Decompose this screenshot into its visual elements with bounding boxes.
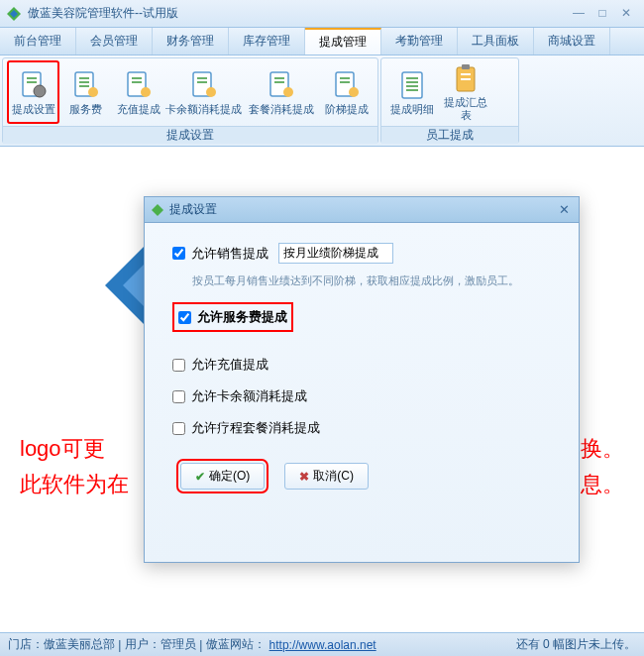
clipboard-icon xyxy=(450,62,482,94)
close-button[interactable]: ✕ xyxy=(614,6,638,22)
svg-point-22 xyxy=(283,87,293,97)
maximize-button[interactable]: □ xyxy=(590,6,614,22)
doc-icon xyxy=(188,69,220,101)
minimize-button[interactable]: — xyxy=(567,6,590,22)
checkbox-allow-course[interactable] xyxy=(172,422,185,435)
ribbon-group2-label: 员工提成 xyxy=(381,126,518,144)
ribbon-commission-settings[interactable]: 提成设置 xyxy=(7,60,59,124)
svg-point-5 xyxy=(34,85,46,97)
tab-frontdesk[interactable]: 前台管理 xyxy=(0,28,76,55)
doc-icon xyxy=(331,69,363,101)
ribbon-package-consume-commission[interactable]: 套餐消耗提成 xyxy=(243,60,321,124)
label-allow-recharge: 允许充值提成 xyxy=(191,356,268,374)
dialog-titlebar[interactable]: 提成设置 ✕ xyxy=(145,197,579,223)
status-site-label: 傲蓝网站： xyxy=(206,636,266,653)
row-allow-service: 允许服务费提成 xyxy=(172,302,293,332)
checkbox-allow-sales[interactable] xyxy=(172,247,185,260)
sales-hint: 按员工每月销售业绩达到不同阶梯，获取相应提成比例，激励员工。 xyxy=(192,273,551,288)
row-allow-cardcons: 允许卡余额消耗提成 xyxy=(172,387,551,405)
doc-icon xyxy=(123,69,155,101)
checkbox-allow-recharge[interactable] xyxy=(172,359,185,372)
doc-icon xyxy=(70,69,102,101)
tab-inventory[interactable]: 库存管理 xyxy=(229,28,305,55)
svg-marker-38 xyxy=(152,204,163,216)
tab-member[interactable]: 会员管理 xyxy=(76,28,153,55)
app-icon xyxy=(6,6,22,22)
svg-rect-33 xyxy=(462,64,470,69)
menubar: 前台管理 会员管理 财务管理 库存管理 提成管理 考勤管理 工具面板 商城设置 xyxy=(0,28,644,55)
ribbon-group-settings: 提成设置 服务费 充值提成 卡余额消耗提成 套餐消耗提成 阶梯提成 xyxy=(2,57,378,144)
status-user-label: 用户： xyxy=(125,636,161,653)
label-allow-sales: 允许销售提成 xyxy=(191,245,268,263)
ribbon-tier-commission[interactable]: 阶梯提成 xyxy=(321,60,374,124)
commission-settings-dialog: 提成设置 ✕ 允许销售提成 按月业绩阶梯提成 按员工每月销售业绩达到不同阶梯，获… xyxy=(144,196,580,563)
dialog-buttons: ✔ 确定(O) ✖ 取消(C) xyxy=(180,463,551,490)
tab-tools[interactable]: 工具面板 xyxy=(458,28,534,55)
status-site-link[interactable]: http://www.aolan.net xyxy=(269,638,376,652)
list-icon xyxy=(396,69,428,101)
titlebar: 傲蓝美容院管理软件--试用版 — □ ✕ xyxy=(0,0,644,28)
svg-point-18 xyxy=(206,87,216,97)
settings-doc-icon xyxy=(18,69,50,101)
ribbon-recharge-commission[interactable]: 充值提成 xyxy=(112,60,164,124)
status-store-label: 门店： xyxy=(8,636,44,653)
x-icon: ✖ xyxy=(299,470,309,484)
label-allow-cardcons: 允许卡余额消耗提成 xyxy=(191,387,307,405)
tab-commission[interactable]: 提成管理 xyxy=(305,28,381,55)
sales-mode-select[interactable]: 按月业绩阶梯提成 xyxy=(278,243,393,264)
dialog-icon xyxy=(151,203,164,217)
status-store: 傲蓝美丽总部 xyxy=(44,636,115,653)
doc-icon xyxy=(266,69,297,101)
row-allow-recharge: 允许充值提成 xyxy=(172,356,551,374)
svg-point-10 xyxy=(88,87,98,97)
dialog-title: 提成设置 xyxy=(169,201,555,218)
status-user: 管理员 xyxy=(161,636,196,653)
bg-text-2a: 此软件为在 xyxy=(20,470,129,499)
row-allow-course: 允许疗程套餐消耗提成 xyxy=(172,419,551,437)
ribbon-group-staff: 提成明细 提成汇总表 员工提成 xyxy=(380,57,519,144)
svg-point-26 xyxy=(349,87,359,97)
app-title: 傲蓝美容院管理软件--试用版 xyxy=(28,5,567,22)
bg-text-1a: logo可更 xyxy=(20,434,105,464)
ribbon-group1-label: 提成设置 xyxy=(3,126,377,144)
status-right: 还有 0 幅图片未上传。 xyxy=(516,636,636,653)
check-icon: ✔ xyxy=(195,470,205,484)
content-area: logo可更 换。 此软件为在 息。 提成设置 ✕ 允许销售提成 按月业绩阶梯提… xyxy=(0,147,644,632)
ribbon-service-fee[interactable]: 服务费 xyxy=(59,60,112,124)
label-allow-course: 允许疗程套餐消耗提成 xyxy=(191,419,320,437)
statusbar: 门店： 傲蓝美丽总部 | 用户： 管理员 | 傲蓝网站： http://www.… xyxy=(0,632,644,656)
tab-mall[interactable]: 商城设置 xyxy=(534,28,610,55)
ribbon-commission-summary[interactable]: 提成汇总表 xyxy=(439,60,492,124)
svg-point-14 xyxy=(141,87,151,97)
label-allow-service: 允许服务费提成 xyxy=(197,308,287,326)
tab-finance[interactable]: 财务管理 xyxy=(153,28,229,55)
ribbon-commission-detail[interactable]: 提成明细 xyxy=(385,60,439,124)
tab-attendance[interactable]: 考勤管理 xyxy=(381,28,458,55)
ribbon-card-consume-commission[interactable]: 卡余额消耗提成 xyxy=(164,60,243,124)
checkbox-allow-service[interactable] xyxy=(178,311,191,324)
ok-button[interactable]: ✔ 确定(O) xyxy=(180,463,265,490)
ribbon: 提成设置 服务费 充值提成 卡余额消耗提成 套餐消耗提成 阶梯提成 xyxy=(0,55,644,147)
dialog-body: 允许销售提成 按月业绩阶梯提成 按员工每月销售业绩达到不同阶梯，获取相应提成比例… xyxy=(145,223,579,562)
cancel-button[interactable]: ✖ 取消(C) xyxy=(284,463,369,490)
bg-text-2b: 息。 xyxy=(581,470,624,499)
dialog-close-button[interactable]: ✕ xyxy=(555,202,573,217)
bg-text-1b: 换。 xyxy=(581,434,624,464)
checkbox-allow-cardcons[interactable] xyxy=(172,390,185,403)
row-allow-sales: 允许销售提成 按月业绩阶梯提成 xyxy=(172,243,551,264)
